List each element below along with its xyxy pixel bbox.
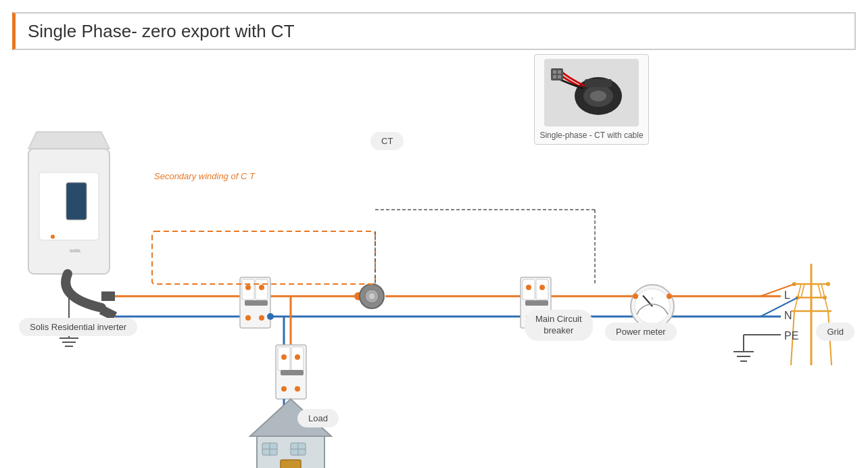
- svg-line-25: [101, 310, 115, 317]
- page-title: Single Phase- zero export with CT: [28, 21, 295, 42]
- svg-rect-55: [152, 231, 375, 284]
- svg-text:N: N: [784, 310, 792, 321]
- svg-marker-19: [28, 132, 110, 149]
- svg-point-74: [667, 294, 672, 299]
- main-circuit-breaker-label: Main Circuit breaker: [525, 310, 593, 341]
- svg-point-39: [267, 313, 274, 320]
- svg-point-54: [369, 294, 375, 299]
- grid-label: Grid: [816, 323, 854, 341]
- ct-label: CT: [370, 132, 404, 150]
- svg-point-62: [526, 285, 531, 290]
- svg-point-36: [259, 315, 264, 321]
- svg-line-90: [761, 298, 798, 317]
- svg-line-82: [818, 284, 821, 298]
- svg-rect-101: [281, 460, 301, 468]
- page-container: Single Phase- zero export with CT: [0, 0, 868, 468]
- svg-point-86: [826, 282, 830, 286]
- power-meter-label: Power meter: [605, 323, 677, 341]
- svg-point-73: [633, 294, 638, 299]
- svg-point-47: [281, 386, 287, 392]
- svg-point-48: [295, 386, 300, 392]
- load-label: Load: [297, 409, 339, 427]
- title-bar: Single Phase- zero export with CT: [12, 12, 856, 50]
- svg-rect-66: [525, 300, 548, 306]
- svg-point-33: [245, 285, 251, 290]
- svg-point-35: [245, 315, 251, 321]
- svg-point-45: [281, 354, 287, 360]
- svg-text:L: L: [784, 289, 790, 301]
- svg-line-81: [801, 284, 804, 298]
- svg-rect-37: [245, 300, 268, 306]
- svg-point-63: [539, 285, 545, 290]
- svg-point-46: [295, 354, 300, 360]
- svg-point-22: [51, 235, 55, 239]
- secondary-winding-label: Secondary winding of C T: [154, 171, 255, 181]
- svg-rect-21: [66, 183, 87, 220]
- wiring-diagram: solis: [0, 54, 868, 468]
- svg-text:PE: PE: [784, 330, 798, 342]
- svg-text:solis: solis: [70, 248, 80, 254]
- svg-rect-49: [281, 370, 304, 375]
- svg-point-34: [259, 285, 264, 290]
- svg-point-88: [823, 296, 827, 300]
- solis-inverter-label: Solis Residential inverter: [19, 318, 137, 336]
